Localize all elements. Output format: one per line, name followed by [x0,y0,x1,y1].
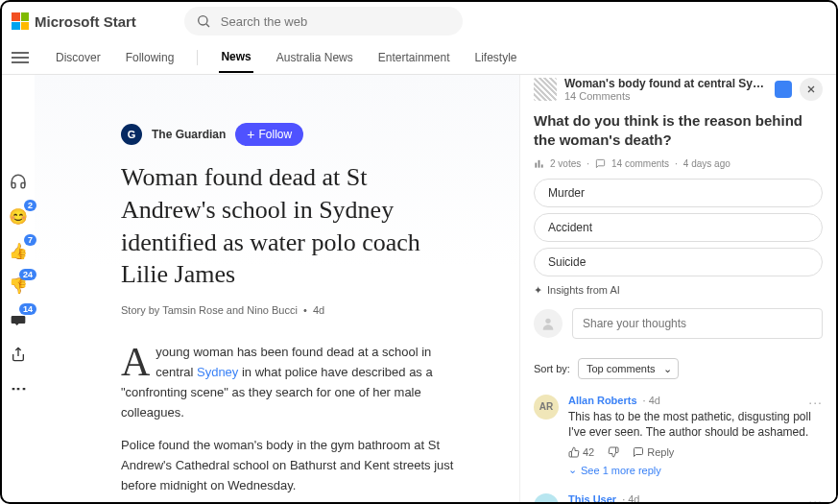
comment-avatar: TU [534,493,559,502]
story-thumb [534,78,557,101]
svg-rect-6 [541,164,543,167]
comment-more-icon[interactable]: ··· [808,493,823,502]
comments-sidebar: Woman's body found at central Sydney sch… [519,75,836,502]
svg-point-7 [545,318,550,323]
comment-author[interactable]: Allan Roberts [568,395,637,406]
ai-insights-link[interactable]: ✦Insights from AI [534,284,823,297]
svg-line-1 [206,24,209,27]
poll-meta: 2 votes · 14 comments · 4 days ago [534,158,823,169]
comment: TU This User· 4d nice to know we can tak… [534,493,823,502]
microsoft-logo-icon [12,12,29,30]
poll-option-suicide[interactable]: Suicide [534,248,823,276]
nav-news[interactable]: News [219,42,252,73]
nav-divider [197,50,198,65]
nav-following[interactable]: Following [124,43,177,72]
brand-name: Microsoft Start [35,13,136,30]
svg-point-0 [199,16,207,25]
sidebar-subtitle: 14 Comments [564,90,767,102]
article-main: G The Guardian +Follow Woman found dead … [35,75,519,502]
reply-action[interactable]: Reply [633,446,674,458]
sort-label: Sort by: [534,363,570,374]
nav-lifestyle[interactable]: Lifestyle [473,43,519,72]
nav-entertainment[interactable]: Entertainment [376,43,452,72]
svg-rect-5 [539,159,540,167]
dislike-action[interactable] [608,446,619,458]
comment: AR Allan Roberts· 4d This has to be the … [534,395,823,477]
like-action[interactable]: 42 [568,446,594,458]
nav-bar: Discover Following News Australia News E… [2,40,836,75]
user-avatar [534,309,563,338]
poll-question: What do you think is the reason behind t… [534,111,823,151]
reaction-rail: 😊2 👍7 👎24 14 ⋮ [2,75,35,502]
share-input-wrap[interactable] [572,308,823,339]
svg-rect-4 [535,162,537,167]
search-box[interactable] [184,7,463,36]
rail-headphones[interactable] [8,171,29,192]
sidebar-title: Woman's body found at central Sydney sch… [564,77,767,90]
comment-text: This has to be the most pathetic, disgus… [568,409,823,442]
comment-more-icon[interactable]: ··· [808,395,823,410]
rail-share[interactable] [8,344,29,365]
like-badge: 2 [24,200,36,211]
comments-badge: 14 [19,303,36,315]
rail-like[interactable]: 😊2 [8,205,29,227]
close-button[interactable] [800,78,823,101]
poll-option-murder[interactable]: Murder [534,179,823,207]
rail-more[interactable]: ⋮ [8,378,29,399]
source-avatar: G [121,124,142,145]
search-icon [196,13,211,29]
search-input[interactable] [221,14,451,29]
comment-time: · 4d [622,493,639,502]
rail-comments[interactable]: 14 [8,309,29,330]
comment-time: · 4d [643,395,660,406]
comment-avatar: AR [534,395,559,420]
rail-thumbs-down[interactable]: 👎24 [8,275,29,296]
dropcap: A [121,343,156,380]
article-body: Ayoung woman has been found dead at a sc… [121,343,467,496]
header: Microsoft Start [2,2,836,40]
thumbsdown-badge: 24 [19,269,36,280]
article-headline: Woman found dead at St Andrew's school i… [121,161,467,291]
thumbsup-badge: 7 [24,234,36,246]
shield-icon [775,81,792,98]
nav-australia-news[interactable]: Australia News [275,43,355,72]
poll-option-accident[interactable]: Accident [534,213,823,242]
source-name[interactable]: The Guardian [152,128,226,141]
article-byline: Story by Tamsin Rose and Nino Bucci • 4d [121,304,491,316]
nav-discover[interactable]: Discover [54,43,103,72]
sort-select[interactable]: Top comments⌄ [578,358,680,379]
see-more-link[interactable]: ⌄ See 1 more reply [568,464,823,476]
share-input[interactable] [583,317,812,330]
comment-author[interactable]: This User [568,493,616,502]
follow-button[interactable]: +Follow [235,123,303,146]
rail-thumbs-up[interactable]: 👍7 [8,240,29,261]
sydney-link[interactable]: Sydney [197,365,238,379]
menu-icon[interactable] [12,52,29,63]
